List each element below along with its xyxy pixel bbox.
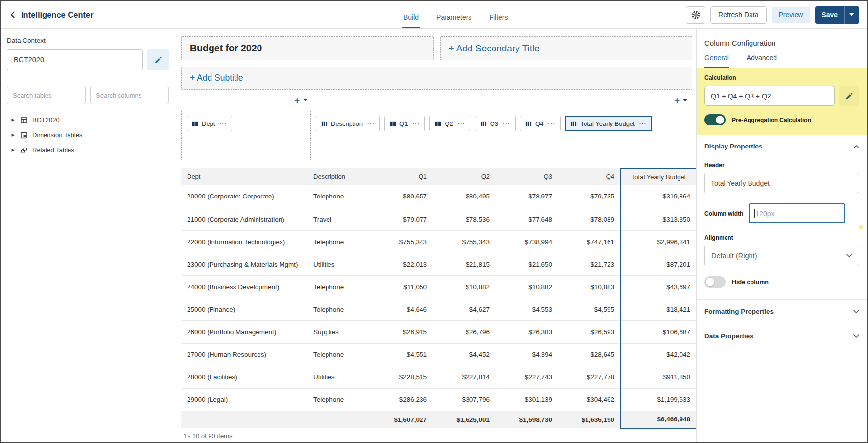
add-column-button[interactable]: + (674, 96, 687, 105)
chip-menu-icon[interactable]: ··· (503, 120, 510, 127)
column-chip-q1[interactable]: Q1··· (384, 116, 425, 131)
refresh-data-button[interactable]: Refresh Data (710, 6, 766, 24)
add-row-column-button[interactable]: + (294, 96, 307, 105)
table-cell: $80,495 (433, 185, 495, 208)
highlight-artifact (859, 225, 863, 229)
table-cell: $4,551 (370, 343, 433, 366)
caret-down-icon[interactable] (683, 99, 687, 102)
table-cell: $2,996,841 (621, 230, 696, 253)
row-fields-zone[interactable]: Dept··· (181, 111, 307, 160)
search-tables-input[interactable] (7, 86, 86, 104)
chevron-up-icon (853, 145, 859, 148)
save-dropdown-button[interactable] (844, 6, 859, 24)
chip-label: Q3 (490, 120, 498, 127)
data-properties-header[interactable]: Data Properties (697, 324, 867, 345)
table-cell: $11,050 (370, 275, 433, 298)
save-button[interactable]: Save (815, 11, 844, 19)
table-cell: $227,814 (433, 366, 495, 388)
dimension-icon (20, 131, 28, 139)
header-input[interactable] (704, 173, 859, 193)
column-chip-q2[interactable]: Q2··· (429, 116, 470, 131)
caret-down-icon[interactable] (303, 99, 307, 102)
tab-parameters[interactable]: Parameters (435, 13, 472, 28)
topbar-actions: Refresh Data Preview Save (686, 6, 859, 24)
tree-item-related-tables[interactable]: ▶Related Tables (7, 143, 169, 158)
add-subtitle-box[interactable]: + Add Subtitle (181, 67, 692, 90)
column-header-q4[interactable]: Q4 (558, 168, 621, 185)
toggle-knob (716, 116, 724, 124)
calculation-input[interactable] (704, 86, 835, 106)
table-cell: $747,161 (558, 230, 621, 253)
column-header-dept[interactable]: Dept (181, 168, 307, 185)
pre-aggregation-toggle[interactable] (704, 114, 726, 125)
tab-build[interactable]: Build (402, 13, 420, 28)
table-cell: Telephone (307, 388, 370, 411)
data-context-input[interactable] (7, 49, 143, 70)
tree-item-bgt2020[interactable]: ▶BGT2020 (7, 112, 169, 127)
column-chip-total-yearly-budget[interactable]: Total Yearly Budget··· (565, 116, 652, 131)
formatting-properties-header[interactable]: Formatting Properties (697, 300, 867, 321)
config-tab-advanced[interactable]: Advanced (747, 54, 777, 68)
edit-calculation-button[interactable] (839, 86, 859, 106)
config-tab-general[interactable]: General (704, 54, 729, 68)
table-cell: $227,778 (558, 366, 621, 388)
expand-caret-icon[interactable]: ▶ (10, 118, 16, 122)
column-chip-description[interactable]: Description··· (316, 116, 380, 131)
table-cell: $10,882 (433, 275, 495, 298)
add-secondary-title-link[interactable]: + Add Secondary Title (449, 43, 540, 54)
chip-menu-icon[interactable]: ··· (219, 120, 227, 127)
link-icon (20, 147, 28, 154)
column-header-q3[interactable]: Q3 (495, 168, 558, 185)
view-tabs: BuildParametersFilters (402, 1, 509, 28)
alignment-select[interactable]: Default (Right) (704, 246, 859, 266)
expand-caret-icon[interactable]: ▶ (10, 133, 16, 137)
chip-menu-icon[interactable]: ··· (639, 120, 647, 127)
chip-menu-icon[interactable]: ··· (548, 120, 555, 127)
report-title-box[interactable]: Budget for 2020 (181, 36, 434, 60)
column-chip-q4[interactable]: Q4··· (520, 116, 561, 131)
column-icon (435, 121, 441, 127)
table-cell: 20000 (Corporate: Corporate) (181, 185, 307, 208)
column-chip-q3[interactable]: Q3··· (475, 116, 516, 131)
tree-item-label: Related Tables (32, 147, 74, 154)
search-columns-input[interactable] (90, 86, 169, 104)
column-fields-zone[interactable]: Description···Q1···Q2···Q3···Q4···Total … (310, 111, 692, 160)
tree-item-dimension-tables[interactable]: ▶Dimension Tables (7, 127, 169, 143)
chip-label: Description (331, 120, 363, 127)
add-subtitle-link[interactable]: + Add Subtitle (190, 73, 243, 83)
display-properties-header[interactable]: Display Properties (697, 135, 867, 156)
back-navigation[interactable]: Intelligence Center (9, 10, 94, 20)
totals-row: $1,607,027$1,625,001$1,598,730$1,636,190… (181, 411, 696, 428)
table-cell: $22,013 (370, 253, 433, 275)
column-header-q2[interactable]: Q2 (433, 168, 495, 185)
row-chip-dept[interactable]: Dept··· (187, 116, 232, 131)
intelligence-center-window: Intelligence Center BuildParametersFilte… (0, 0, 868, 443)
table-row: 25000 (Finance)Telephone$4,646$4,627$4,5… (181, 298, 696, 320)
table-row: 21000 (Corporate Administration)Travel$7… (181, 208, 696, 230)
table-cell: $26,796 (433, 320, 495, 343)
table-cell: $755,343 (433, 230, 495, 253)
column-header-q1[interactable]: Q1 (370, 168, 433, 185)
config-tabs: GeneralAdvanced (697, 54, 867, 68)
edit-data-context-button[interactable] (147, 49, 169, 70)
column-width-input[interactable]: 120px (749, 203, 845, 223)
expand-caret-icon[interactable]: ▶ (10, 148, 16, 152)
chip-menu-icon[interactable]: ··· (412, 120, 420, 127)
tab-filters[interactable]: Filters (488, 13, 509, 28)
column-width-placeholder: 120px (755, 210, 774, 218)
table-cell: $87,201 (621, 253, 696, 275)
top-bar: Intelligence Center BuildParametersFilte… (1, 1, 867, 29)
table-cell: Telephone (307, 298, 370, 320)
add-secondary-title-box[interactable]: + Add Secondary Title (440, 36, 693, 60)
settings-button[interactable] (686, 6, 705, 24)
hide-column-toggle[interactable] (704, 276, 726, 288)
table-cell: $78,089 (558, 208, 621, 230)
column-header-description[interactable]: Description (307, 168, 370, 185)
column-header-total-yearly-budget[interactable]: Total Yearly Budget (621, 168, 696, 185)
chip-label: Dept (202, 120, 215, 127)
chip-menu-icon[interactable]: ··· (458, 120, 465, 127)
report-title: Budget for 2020 (190, 43, 262, 54)
preview-button[interactable]: Preview (772, 7, 811, 23)
chip-menu-icon[interactable]: ··· (367, 120, 375, 127)
table-cell: $10,883 (558, 275, 621, 298)
